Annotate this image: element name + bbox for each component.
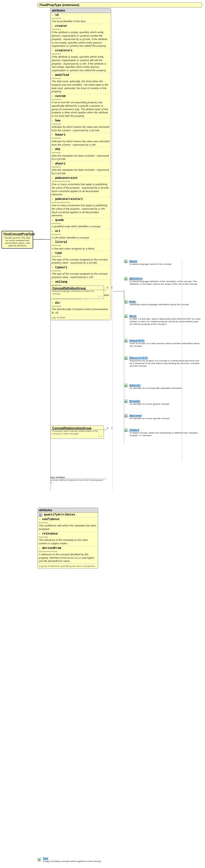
bag-element-icon: E xyxy=(37,858,41,861)
attr-howuri: · howuri xxxxxxxx Indicates by which mea… xyxy=(51,133,111,147)
right-item-name: E name A natural language name for the c… xyxy=(124,259,202,266)
bottom-attributes-box: attributes C quantifyAttributes · confid… xyxy=(37,508,98,568)
facet-element-icon: E xyxy=(124,314,128,318)
definition-desc: A natural language definition of the sem… xyxy=(129,280,202,285)
attr-pubconstraint: · pubconstraint xxxxxxxxxxxxxxxx One or … xyxy=(51,176,111,197)
attributes-header: attributes xyxy=(51,8,111,13)
attr-quantify-attributes: C quantifyAttributes xyxy=(38,513,98,517)
attr-id: · id xxxxxxxx The local identifier of th… xyxy=(51,13,111,24)
attr-uri: · uri xxxxxxxx A URI which identifies a … xyxy=(51,229,111,240)
attr-typeuri: · typeuri xxxxxxxx The type of the conce… xyxy=(51,266,111,280)
attr-any-other: any ##other xyxy=(51,315,111,320)
bottom-group-desc: A group of attributes quantifying the va… xyxy=(38,564,98,568)
attr-literal: · literal xxxxxxxx A free-text value ass… xyxy=(51,240,111,251)
any-other-bottom-desc: provider-defined properties from other n… xyxy=(51,479,104,482)
attr-pubconstrainturi: · pubconstrainturi xxxxxxxxxxxxxxxx One … xyxy=(51,197,111,218)
attr-modified: · modified xxxxxxxx The date (and, optio… xyxy=(51,73,111,94)
bag-label[interactable]: bag xyxy=(43,857,101,860)
narrower-element-icon: E xyxy=(124,414,128,417)
remoteinfo-label[interactable]: remoteInfo xyxy=(129,339,202,342)
attr-custom: · custom xxxxxxxx If set to true the cor… xyxy=(51,94,111,119)
hierarchyinfo-element-icon: E xyxy=(124,356,128,360)
any-other-bottom-mult: 0..* xyxy=(51,482,104,484)
left-box-title: FlextConceptPropType xyxy=(3,232,31,236)
attr-relevance: · relevance xxxxxxxx The relevance of th… xyxy=(38,532,98,546)
concept-relationships-group-box: ConceptRelationshipsGroup Properties whi… xyxy=(51,426,104,439)
name-element-icon: E xyxy=(124,259,128,263)
remoteinfo-element-icon: E xyxy=(124,339,128,342)
attr-how: · how xxxxxxxx Indicates by which means … xyxy=(51,119,111,133)
hierarchyinfo-label[interactable]: hierarchyInfo xyxy=(129,356,202,360)
concept-definition-group-mult: 0..1 xyxy=(52,295,102,298)
main-attributes-box: attributes · id xxxxxxxx The local ident… xyxy=(51,8,111,320)
svg-text:0: 0 xyxy=(107,427,108,430)
name-label[interactable]: name xyxy=(129,259,172,263)
right-item-related: E related A related concept, where the r… xyxy=(124,428,202,437)
facet-label[interactable]: facet xyxy=(129,314,202,318)
concept-relationships-group-mult: 0..1 xyxy=(52,435,102,438)
right-item-sameas: E sameAs An identifier of a concept with… xyxy=(124,384,202,390)
right-item-remoteinfo: E remoteInfo A link to an item or a web … xyxy=(124,339,202,347)
left-box-desc: Flexible generic IRQ type for freely mod… xyxy=(3,237,31,247)
related-element-icon: E xyxy=(124,428,128,432)
any-other-bottom-box: any ##other provider-defined properties … xyxy=(51,476,104,484)
diagram-container: FlextPropType (extension) attributes · i… xyxy=(0,0,205,868)
attr-creator: · creator xxxxxxxx If the attribute is e… xyxy=(51,24,111,49)
right-item-narrower: E narrower An identifier of a more speci… xyxy=(124,414,202,420)
attr-dir: · dir xxxxxxxx The directionality of tex… xyxy=(51,301,111,315)
related-desc: A related concept, where the relationshi… xyxy=(129,432,202,437)
narrower-label[interactable]: narrower xyxy=(129,414,170,417)
sameas-label[interactable]: sameAs xyxy=(129,384,183,387)
related-label[interactable]: related xyxy=(129,428,202,432)
hierarchyinfo-desc: Represents the position of a concept in … xyxy=(129,360,202,367)
facet-desc: In NAR 1.8 and later, facet is deprecate… xyxy=(129,318,202,326)
concept-relationships-group-label[interactable]: ConceptRelationshipsGroup xyxy=(52,427,102,430)
svg-text:1: 1 xyxy=(111,427,113,430)
attr-whyuri: · whyuri xxxxxxxx Why the metadata has b… xyxy=(51,161,111,176)
bottom-bag-item: E bag A bag of existing concepts which a… xyxy=(37,857,101,863)
name-desc: A natural language name for the concept. xyxy=(129,263,172,266)
broader-label[interactable]: broader xyxy=(129,400,170,403)
broader-element-icon: E xyxy=(124,400,128,403)
attr-type: · type xxxxxxxx The type of the concept … xyxy=(51,251,111,266)
concept-definition-group-label[interactable]: ConceptDefinitionGroup xyxy=(52,287,102,290)
note-desc: Additional natural language information … xyxy=(129,303,189,306)
right-item-facet: E facet In NAR 1.8 and later, facet is d… xyxy=(124,314,202,326)
concept-definition-group-box: ConceptDefinitionGroup Natural language … xyxy=(51,286,104,299)
concept-definition-group-desc: Natural language constructs to define th… xyxy=(52,290,102,295)
right-item-definition: E definition A natural language definiti… xyxy=(124,277,202,285)
narrower-desc: An identifier of a more specific concept… xyxy=(129,417,170,420)
note-element-icon: E xyxy=(124,300,128,304)
left-box-flext-concept: FlextConceptPropType Flexible generic IR… xyxy=(1,231,33,249)
right-item-note: E note Additional natural language infor… xyxy=(124,300,202,306)
broader-desc: An identifier of a more generic concept. xyxy=(129,403,170,405)
main-title: FlextPropType (extension) xyxy=(37,2,202,7)
svg-text:1: 1 xyxy=(111,286,113,289)
sameas-desc: An identifier of a concept with equivale… xyxy=(129,387,183,390)
attr-why: · why xxxxxxxx Why the metadata has been… xyxy=(51,147,111,161)
remoteinfo-desc: A link to an item or a web resource whic… xyxy=(129,342,202,347)
attr-confidence: · confidence xxxxxxxx The confidence wit… xyxy=(38,517,98,532)
attr-derivedfrom: · derivedFrom xxxxxxxxxxxxxxxx A referen… xyxy=(38,546,98,564)
bag-desc: A bag of existing concepts which appears… xyxy=(43,860,101,863)
attr-creatoruri: · creatoruri xxxxxxxx If the attribute i… xyxy=(51,49,111,73)
concept-relationships-group-desc: Properties which indicate relationships … xyxy=(52,430,102,435)
definition-label[interactable]: definition xyxy=(129,277,202,280)
any-other-bottom-label: any ##other xyxy=(51,476,104,479)
quantify-icon: C xyxy=(39,513,42,517)
bottom-attributes-header: attributes xyxy=(38,508,98,513)
note-label[interactable]: note xyxy=(129,300,189,303)
right-item-hierarchyinfo: E hierarchyInfo Represents the position … xyxy=(124,356,202,367)
sameas-element-icon: E xyxy=(124,384,128,387)
attr-qcode: · qcode xxxxxxxx A qualified code which … xyxy=(51,218,111,229)
definition-element-icon: E xyxy=(124,277,128,280)
right-item-broader: E broader An identifier of a more generi… xyxy=(124,400,202,405)
